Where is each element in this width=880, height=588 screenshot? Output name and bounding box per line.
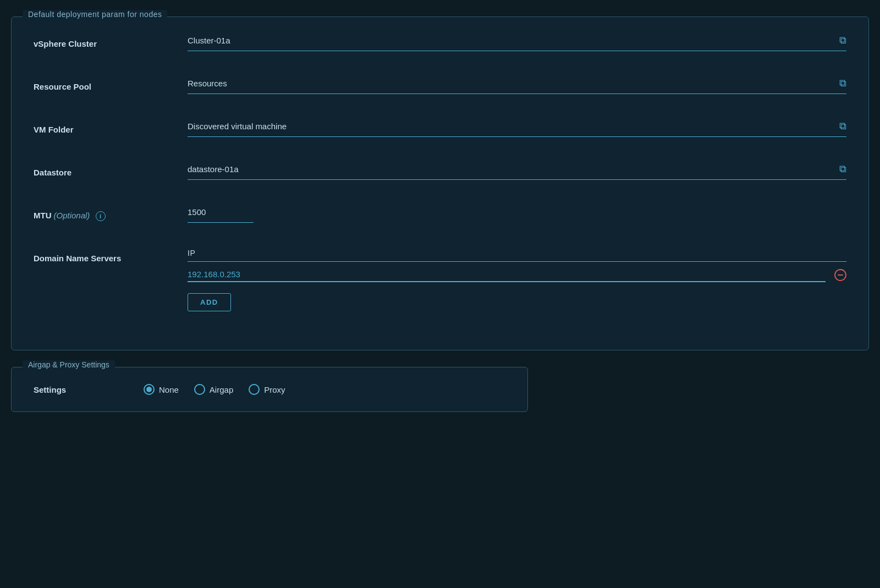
vsphere-cluster-link-icon[interactable]: ⧉ bbox=[839, 35, 846, 46]
vsphere-cluster-row: vSphere Cluster Cluster-01a ⧉ bbox=[34, 34, 846, 60]
airgap-section-title: Airgap & Proxy Settings bbox=[23, 360, 115, 369]
add-dns-button[interactable]: ADD bbox=[188, 293, 231, 311]
radio-label-none: None bbox=[159, 385, 179, 394]
dns-table: IP ADD bbox=[188, 248, 846, 311]
dns-label: Domain Name Servers bbox=[34, 248, 188, 263]
datastore-link-icon[interactable]: ⧉ bbox=[839, 163, 846, 175]
radio-circle-airgap bbox=[194, 384, 205, 395]
mtu-input[interactable] bbox=[188, 205, 254, 219]
airgap-settings-label: Settings bbox=[34, 385, 144, 394]
vm-folder-value: Discovered virtual machine bbox=[188, 119, 835, 133]
mtu-row: MTU(Optional) i bbox=[34, 205, 846, 232]
dns-row: Domain Name Servers IP ADD bbox=[34, 248, 846, 311]
resource-pool-control: Resources ⧉ bbox=[188, 76, 846, 94]
vsphere-cluster-value: Cluster-01a bbox=[188, 34, 835, 47]
remove-dns-icon[interactable] bbox=[834, 269, 846, 281]
airgap-proxy-section: Airgap & Proxy Settings Settings None Ai… bbox=[11, 367, 528, 412]
datastore-label: Datastore bbox=[34, 162, 188, 177]
radio-option-proxy[interactable]: Proxy bbox=[249, 384, 285, 395]
datastore-field: datastore-01a ⧉ bbox=[188, 162, 846, 180]
radio-circle-none bbox=[144, 384, 155, 395]
radio-label-airgap: Airgap bbox=[210, 385, 233, 394]
vm-folder-field: Discovered virtual machine ⧉ bbox=[188, 119, 846, 137]
vm-folder-row: VM Folder Discovered virtual machine ⧉ bbox=[34, 119, 846, 146]
airgap-radio-group: None Airgap Proxy bbox=[144, 384, 285, 395]
datastore-row: Datastore datastore-01a ⧉ bbox=[34, 162, 846, 189]
mtu-control bbox=[188, 205, 846, 223]
vm-folder-link-icon[interactable]: ⧉ bbox=[839, 120, 846, 132]
datastore-control: datastore-01a ⧉ bbox=[188, 162, 846, 180]
vsphere-cluster-field: Cluster-01a ⧉ bbox=[188, 34, 846, 51]
radio-label-proxy: Proxy bbox=[264, 385, 285, 394]
resource-pool-label: Resource Pool bbox=[34, 76, 188, 91]
radio-option-none[interactable]: None bbox=[144, 384, 179, 395]
datastore-value: datastore-01a bbox=[188, 162, 835, 176]
radio-circle-proxy bbox=[249, 384, 260, 395]
vm-folder-control: Discovered virtual machine ⧉ bbox=[188, 119, 846, 137]
mtu-label: MTU(Optional) i bbox=[34, 205, 188, 221]
dns-ip-column-header: IP bbox=[188, 249, 195, 257]
radio-option-airgap[interactable]: Airgap bbox=[194, 384, 233, 395]
dns-entry-row bbox=[188, 267, 846, 282]
deployment-section-title: Default deployment param for nodes bbox=[23, 10, 167, 19]
deployment-params-section: Default deployment param for nodes vSphe… bbox=[11, 17, 869, 350]
add-dns-button-wrap: ADD bbox=[188, 290, 846, 311]
dns-control: IP ADD bbox=[188, 248, 846, 311]
resource-pool-link-icon[interactable]: ⧉ bbox=[839, 78, 846, 89]
dns-ip-input[interactable] bbox=[188, 267, 826, 282]
vsphere-cluster-control: Cluster-01a ⧉ bbox=[188, 34, 846, 51]
mtu-info-icon[interactable]: i bbox=[96, 211, 106, 221]
vm-folder-label: VM Folder bbox=[34, 119, 188, 134]
resource-pool-row: Resource Pool Resources ⧉ bbox=[34, 76, 846, 103]
resource-pool-value: Resources bbox=[188, 76, 835, 90]
dns-table-header: IP bbox=[188, 248, 846, 262]
airgap-settings-row: Settings None Airgap Proxy bbox=[34, 384, 505, 395]
vsphere-cluster-label: vSphere Cluster bbox=[34, 34, 188, 48]
resource-pool-field: Resources ⧉ bbox=[188, 76, 846, 94]
mtu-field bbox=[188, 205, 254, 223]
